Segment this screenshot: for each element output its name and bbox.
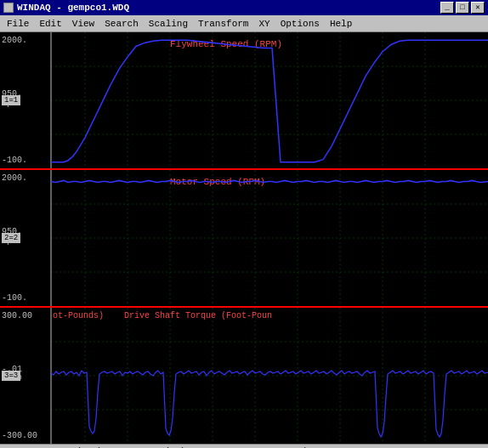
ch2-ymax: 2000. [2,173,27,183]
menu-help[interactable]: Help [325,17,357,31]
close-button[interactable]: ✕ [471,2,485,14]
channel-3-panel: 300.00 -.01ft-# -300.00 3=3 ot-Pounds) D… [0,308,488,444]
ch1-waveform [51,32,488,168]
menu-scaling[interactable]: Scaling [144,17,193,31]
ch2-waveform [51,170,488,306]
ch3-ymin: -300.00 [2,431,37,440]
menu-file[interactable]: File [2,17,34,31]
ch3-label: 3=3 [2,371,20,381]
menu-view[interactable]: View [67,17,99,31]
channel-2-panel: 2000. 950.rpm -100. 2=2 Motor Speed (RPM… [0,170,488,308]
menu-search[interactable]: Search [99,17,144,31]
menu-bar: File Edit View Search Scaling Transform … [0,15,488,32]
ch3-waveform [51,308,488,439]
ch3-ymax: 300.00 [2,311,32,320]
ch2-ymin: -100. [2,293,27,303]
menu-xy[interactable]: XY [253,17,275,31]
minimize-button[interactable]: _ [440,2,454,14]
ch1-ymin: -100. [2,156,27,165]
chart-area: 2000. 950.rpm -100. 1=1 Flywheel Speed (… [0,32,488,444]
ch1-ymax: 2000. [2,36,27,45]
channel-1-panel: 2000. 950.rpm -100. 1=1 Flywheel Speed (… [0,32,488,170]
ch1-label: 1=1 [2,95,20,105]
app-icon [3,3,14,13]
maximize-button[interactable]: □ [456,2,469,14]
title-bar: WINDAQ - gempco1.WDQ _ □ ✕ [0,0,488,15]
menu-options[interactable]: Options [275,17,325,31]
menu-transform[interactable]: Transform [193,17,253,31]
status-bar: BASE 7.630 SEC(TBF) -64.360 SEC(TM) 10.6… [0,444,488,448]
menu-edit[interactable]: Edit [34,17,66,31]
ch2-label: 2=2 [2,233,20,243]
window-title: WINDAQ - gempco1.WDQ [17,3,129,13]
